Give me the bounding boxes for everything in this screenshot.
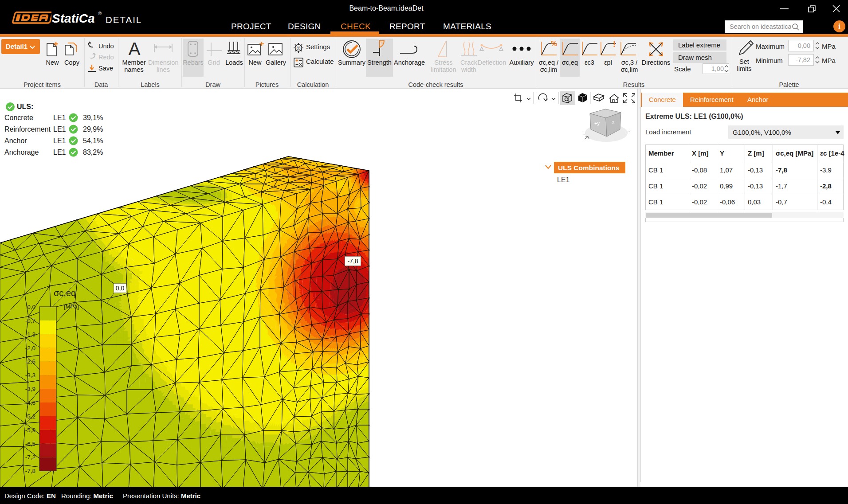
svg-text:%: % bbox=[551, 40, 557, 47]
svg-text:+y: +y bbox=[594, 121, 600, 126]
svg-text:!: ! bbox=[613, 40, 616, 49]
svg-text:⟨/⟩: ⟨/⟩ bbox=[296, 46, 301, 51]
svg-text:A: A bbox=[129, 40, 141, 59]
svg-text:x: x bbox=[612, 120, 614, 125]
